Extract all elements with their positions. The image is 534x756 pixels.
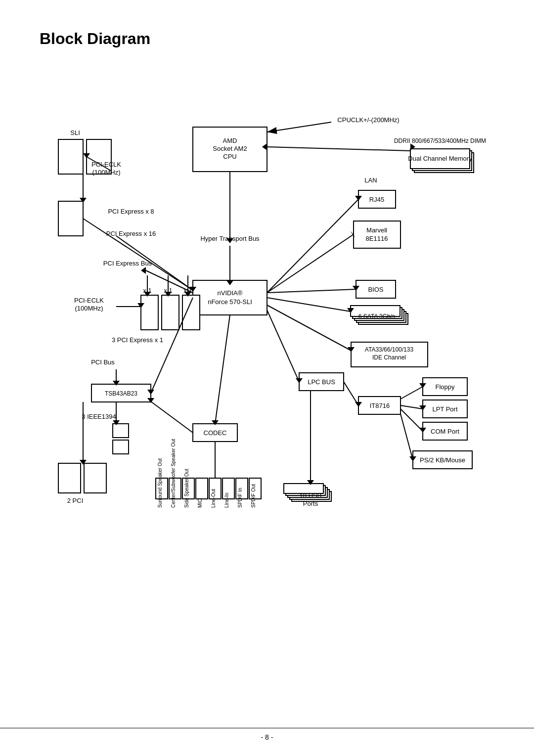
svg-text:3 IEEE1394: 3 IEEE1394 <box>82 413 116 420</box>
svg-text:Ports: Ports <box>303 500 318 507</box>
svg-text:(100MHz): (100MHz) <box>75 305 103 312</box>
svg-text:10 USB: 10 USB <box>300 492 322 499</box>
svg-line-105 <box>267 234 354 293</box>
svg-text:Marvell: Marvell <box>366 226 387 234</box>
svg-rect-71 <box>84 463 106 493</box>
svg-text:IDE Channel: IDE Channel <box>372 354 406 361</box>
svg-rect-64 <box>162 295 179 330</box>
svg-text:Floppy: Floppy <box>435 383 455 391</box>
svg-text:LPC BUS: LPC BUS <box>308 378 335 386</box>
svg-line-127 <box>215 315 230 424</box>
page-footer: - 8 - <box>0 728 534 741</box>
svg-rect-54 <box>58 201 83 236</box>
svg-line-156 <box>151 401 193 433</box>
svg-text:CPU: CPU <box>223 153 236 160</box>
svg-text:TSB43AB23: TSB43AB23 <box>105 390 137 397</box>
svg-text:Line-Out: Line-Out <box>211 489 216 508</box>
svg-text:PCI-ECLK: PCI-ECLK <box>74 297 104 304</box>
svg-text:BIOS: BIOS <box>368 286 383 293</box>
svg-text:PCI Express x 16: PCI Express x 16 <box>106 230 156 237</box>
svg-line-123 <box>400 414 413 460</box>
svg-marker-131 <box>141 267 146 274</box>
svg-rect-75 <box>113 440 129 454</box>
svg-text:ATA33/66/100/133: ATA33/66/100/133 <box>365 346 414 353</box>
svg-text:IT8716: IT8716 <box>370 402 390 409</box>
svg-text:CPUCLK+/-(200MHz): CPUCLK+/-(200MHz) <box>337 116 399 124</box>
svg-rect-4 <box>193 280 267 315</box>
svg-line-109 <box>267 298 351 311</box>
svg-text:PS/2 KB/Mouse: PS/2 KB/Mouse <box>420 456 465 464</box>
svg-rect-51 <box>58 139 83 174</box>
svg-text:Socket AM2: Socket AM2 <box>213 145 247 152</box>
svg-text:LPT Port: LPT Port <box>432 405 457 413</box>
svg-line-103 <box>267 199 358 293</box>
svg-text:PCI Express x 8: PCI Express x 8 <box>108 208 154 215</box>
svg-text:DDRII 800/667/533/400MHz DIMM: DDRII 800/667/533/400MHz DIMM <box>394 137 486 144</box>
svg-text:LAN: LAN <box>364 177 377 184</box>
svg-text:PCI Bus: PCI Bus <box>91 358 115 366</box>
svg-rect-74 <box>113 424 129 438</box>
svg-line-95 <box>267 122 331 132</box>
svg-text:nVIDIA®: nVIDIA® <box>218 289 243 297</box>
svg-text:nForce 570-SLI: nForce 570-SLI <box>208 298 252 306</box>
svg-text:RJ45: RJ45 <box>369 196 384 203</box>
svg-text:CODEC: CODEC <box>204 429 227 437</box>
page-title: Block Diagram <box>40 30 494 48</box>
svg-text:8E1116: 8E1116 <box>366 235 388 242</box>
svg-line-119 <box>400 405 423 409</box>
svg-text:SLI: SLI <box>70 129 80 136</box>
svg-text:Surround Speaker Out: Surround Speaker Out <box>157 458 163 508</box>
svg-text:2 PCI: 2 PCI <box>67 497 84 504</box>
svg-line-107 <box>267 289 356 293</box>
page: Block Diagram AMD Socket AM2 CPU nVIDIA®… <box>0 0 534 756</box>
svg-rect-70 <box>58 463 81 493</box>
svg-text:6 SATA 3Gb/s: 6 SATA 3Gb/s <box>358 313 395 320</box>
svg-text:Dual Channel Memory: Dual Channel Memory <box>408 155 472 162</box>
svg-rect-63 <box>141 295 158 330</box>
svg-line-115 <box>344 382 358 405</box>
svg-text:3 PCI Express x 1: 3 PCI Express x 1 <box>112 336 163 344</box>
block-diagram: AMD Socket AM2 CPU nVIDIA® nForce 570-SL… <box>40 68 494 711</box>
svg-text:COM Port: COM Port <box>431 428 459 435</box>
svg-line-96 <box>267 147 410 151</box>
svg-line-142 <box>83 219 193 290</box>
svg-text:Center/Subwoofer Speaker Out: Center/Subwoofer Speaker Out <box>171 439 176 508</box>
svg-text:SPDIF In: SPDIF In <box>237 488 243 508</box>
svg-text:Side Speaker Out: Side Speaker Out <box>184 469 189 508</box>
page-number: - 8 - <box>261 733 273 741</box>
svg-rect-85 <box>196 478 208 499</box>
svg-text:MIC: MIC <box>197 499 203 508</box>
svg-line-111 <box>267 305 351 351</box>
svg-text:SPDIF Out: SPDIF Out <box>251 484 256 508</box>
svg-text:(100MHz): (100MHz) <box>92 169 120 176</box>
svg-line-117 <box>400 387 423 399</box>
svg-text:Line-In: Line-In <box>224 492 229 508</box>
svg-text:AMD: AMD <box>223 137 237 144</box>
svg-text:PCI Express Bus: PCI Express Bus <box>103 260 152 267</box>
svg-line-113 <box>267 310 299 382</box>
